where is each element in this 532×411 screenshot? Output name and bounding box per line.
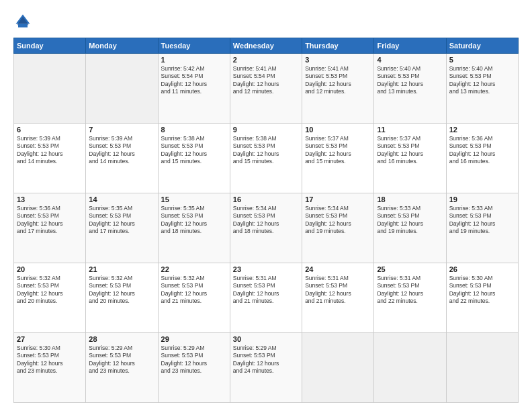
day-number: 15 <box>161 195 227 203</box>
calendar-cell: 23Sunrise: 5:31 AM Sunset: 5:53 PM Dayli… <box>230 263 302 333</box>
cell-info: Sunrise: 5:37 AM Sunset: 5:53 PM Dayligh… <box>377 135 443 166</box>
day-number: 12 <box>449 126 515 134</box>
svg-rect-2 <box>18 24 28 28</box>
calendar-cell: 26Sunrise: 5:30 AM Sunset: 5:53 PM Dayli… <box>446 263 518 333</box>
logo <box>13 12 35 31</box>
cell-info: Sunrise: 5:33 AM Sunset: 5:53 PM Dayligh… <box>377 205 443 236</box>
day-number: 13 <box>17 195 83 203</box>
cell-info: Sunrise: 5:39 AM Sunset: 5:53 PM Dayligh… <box>17 135 83 166</box>
calendar-cell: 16Sunrise: 5:34 AM Sunset: 5:53 PM Dayli… <box>230 193 302 263</box>
calendar-cell: 22Sunrise: 5:32 AM Sunset: 5:53 PM Dayli… <box>158 263 230 333</box>
calendar-cell: 15Sunrise: 5:35 AM Sunset: 5:53 PM Dayli… <box>158 193 230 263</box>
cell-info: Sunrise: 5:35 AM Sunset: 5:53 PM Dayligh… <box>89 205 154 236</box>
calendar-cell <box>446 333 518 403</box>
calendar-cell: 11Sunrise: 5:37 AM Sunset: 5:53 PM Dayli… <box>374 124 446 193</box>
calendar-cell: 1Sunrise: 5:42 AM Sunset: 5:54 PM Daylig… <box>158 54 230 124</box>
calendar-cell: 12Sunrise: 5:36 AM Sunset: 5:53 PM Dayli… <box>446 124 518 193</box>
cell-info: Sunrise: 5:31 AM Sunset: 5:53 PM Dayligh… <box>305 275 371 306</box>
calendar-cell <box>14 54 86 124</box>
weekday-header-monday: Monday <box>86 38 158 54</box>
calendar-row-2: 13Sunrise: 5:36 AM Sunset: 5:53 PM Dayli… <box>14 193 519 263</box>
calendar-cell: 28Sunrise: 5:29 AM Sunset: 5:53 PM Dayli… <box>86 333 158 403</box>
cell-info: Sunrise: 5:39 AM Sunset: 5:53 PM Dayligh… <box>89 135 154 166</box>
cell-info: Sunrise: 5:41 AM Sunset: 5:54 PM Dayligh… <box>233 65 299 96</box>
day-number: 28 <box>89 335 154 343</box>
cell-info: Sunrise: 5:30 AM Sunset: 5:53 PM Dayligh… <box>449 275 515 306</box>
calendar-cell: 4Sunrise: 5:40 AM Sunset: 5:53 PM Daylig… <box>374 54 446 124</box>
day-number: 30 <box>233 335 299 343</box>
cell-info: Sunrise: 5:41 AM Sunset: 5:53 PM Dayligh… <box>305 65 371 96</box>
day-number: 21 <box>89 265 154 273</box>
calendar-cell: 27Sunrise: 5:30 AM Sunset: 5:53 PM Dayli… <box>14 333 86 403</box>
cell-info: Sunrise: 5:35 AM Sunset: 5:53 PM Dayligh… <box>161 205 227 236</box>
weekday-header-friday: Friday <box>374 38 446 54</box>
weekday-header-row: SundayMondayTuesdayWednesdayThursdayFrid… <box>14 38 519 54</box>
day-number: 23 <box>233 265 299 273</box>
day-number: 10 <box>305 126 371 134</box>
calendar-cell: 10Sunrise: 5:37 AM Sunset: 5:53 PM Dayli… <box>302 124 374 193</box>
calendar-cell: 17Sunrise: 5:34 AM Sunset: 5:53 PM Dayli… <box>302 193 374 263</box>
day-number: 19 <box>449 195 515 203</box>
cell-info: Sunrise: 5:32 AM Sunset: 5:53 PM Dayligh… <box>17 275 83 306</box>
cell-info: Sunrise: 5:42 AM Sunset: 5:54 PM Dayligh… <box>161 65 227 96</box>
calendar-cell: 9Sunrise: 5:38 AM Sunset: 5:53 PM Daylig… <box>230 124 302 193</box>
calendar-cell: 30Sunrise: 5:29 AM Sunset: 5:53 PM Dayli… <box>230 333 302 403</box>
cell-info: Sunrise: 5:40 AM Sunset: 5:53 PM Dayligh… <box>449 65 515 96</box>
day-number: 5 <box>449 56 515 64</box>
calendar-cell: 13Sunrise: 5:36 AM Sunset: 5:53 PM Dayli… <box>14 193 86 263</box>
calendar-row-3: 20Sunrise: 5:32 AM Sunset: 5:53 PM Dayli… <box>14 263 519 333</box>
day-number: 14 <box>89 195 154 203</box>
cell-info: Sunrise: 5:31 AM Sunset: 5:53 PM Dayligh… <box>377 275 443 306</box>
day-number: 22 <box>161 265 227 273</box>
calendar-cell: 7Sunrise: 5:39 AM Sunset: 5:53 PM Daylig… <box>86 124 158 193</box>
calendar-cell: 29Sunrise: 5:29 AM Sunset: 5:53 PM Dayli… <box>158 333 230 403</box>
cell-info: Sunrise: 5:32 AM Sunset: 5:53 PM Dayligh… <box>161 275 227 306</box>
cell-info: Sunrise: 5:29 AM Sunset: 5:53 PM Dayligh… <box>233 345 299 375</box>
calendar-cell: 20Sunrise: 5:32 AM Sunset: 5:53 PM Dayli… <box>14 263 86 333</box>
calendar-cell: 2Sunrise: 5:41 AM Sunset: 5:54 PM Daylig… <box>230 54 302 124</box>
cell-info: Sunrise: 5:40 AM Sunset: 5:53 PM Dayligh… <box>377 65 443 96</box>
calendar-cell: 19Sunrise: 5:33 AM Sunset: 5:53 PM Dayli… <box>446 193 518 263</box>
calendar-cell: 14Sunrise: 5:35 AM Sunset: 5:53 PM Dayli… <box>86 193 158 263</box>
weekday-header-thursday: Thursday <box>302 38 374 54</box>
cell-info: Sunrise: 5:33 AM Sunset: 5:53 PM Dayligh… <box>449 205 515 236</box>
logo-icon <box>13 12 32 31</box>
day-number: 7 <box>89 126 154 134</box>
day-number: 3 <box>305 56 371 64</box>
header <box>13 12 519 31</box>
calendar-cell: 24Sunrise: 5:31 AM Sunset: 5:53 PM Dayli… <box>302 263 374 333</box>
cell-info: Sunrise: 5:37 AM Sunset: 5:53 PM Dayligh… <box>305 135 371 166</box>
page: SundayMondayTuesdayWednesdayThursdayFrid… <box>0 0 532 411</box>
weekday-header-saturday: Saturday <box>446 38 518 54</box>
day-number: 1 <box>161 56 227 64</box>
weekday-header-wednesday: Wednesday <box>230 38 302 54</box>
calendar-cell: 5Sunrise: 5:40 AM Sunset: 5:53 PM Daylig… <box>446 54 518 124</box>
calendar-cell: 8Sunrise: 5:38 AM Sunset: 5:53 PM Daylig… <box>158 124 230 193</box>
calendar-cell: 6Sunrise: 5:39 AM Sunset: 5:53 PM Daylig… <box>14 124 86 193</box>
day-number: 16 <box>233 195 299 203</box>
day-number: 24 <box>305 265 371 273</box>
cell-info: Sunrise: 5:30 AM Sunset: 5:53 PM Dayligh… <box>17 345 83 375</box>
calendar-cell: 18Sunrise: 5:33 AM Sunset: 5:53 PM Dayli… <box>374 193 446 263</box>
calendar-cell <box>374 333 446 403</box>
cell-info: Sunrise: 5:36 AM Sunset: 5:53 PM Dayligh… <box>17 205 83 236</box>
day-number: 20 <box>17 265 83 273</box>
calendar-table: SundayMondayTuesdayWednesdayThursdayFrid… <box>13 38 519 403</box>
calendar-row-4: 27Sunrise: 5:30 AM Sunset: 5:53 PM Dayli… <box>14 333 519 403</box>
cell-info: Sunrise: 5:32 AM Sunset: 5:53 PM Dayligh… <box>89 275 154 306</box>
cell-info: Sunrise: 5:36 AM Sunset: 5:53 PM Dayligh… <box>449 135 515 166</box>
day-number: 26 <box>449 265 515 273</box>
day-number: 18 <box>377 195 443 203</box>
day-number: 9 <box>233 126 299 134</box>
day-number: 29 <box>161 335 227 343</box>
calendar-cell: 25Sunrise: 5:31 AM Sunset: 5:53 PM Dayli… <box>374 263 446 333</box>
cell-info: Sunrise: 5:38 AM Sunset: 5:53 PM Dayligh… <box>233 135 299 166</box>
weekday-header-tuesday: Tuesday <box>158 38 230 54</box>
day-number: 27 <box>17 335 83 343</box>
calendar-row-0: 1Sunrise: 5:42 AM Sunset: 5:54 PM Daylig… <box>14 54 519 124</box>
day-number: 2 <box>233 56 299 64</box>
day-number: 17 <box>305 195 371 203</box>
day-number: 8 <box>161 126 227 134</box>
day-number: 4 <box>377 56 443 64</box>
day-number: 11 <box>377 126 443 134</box>
